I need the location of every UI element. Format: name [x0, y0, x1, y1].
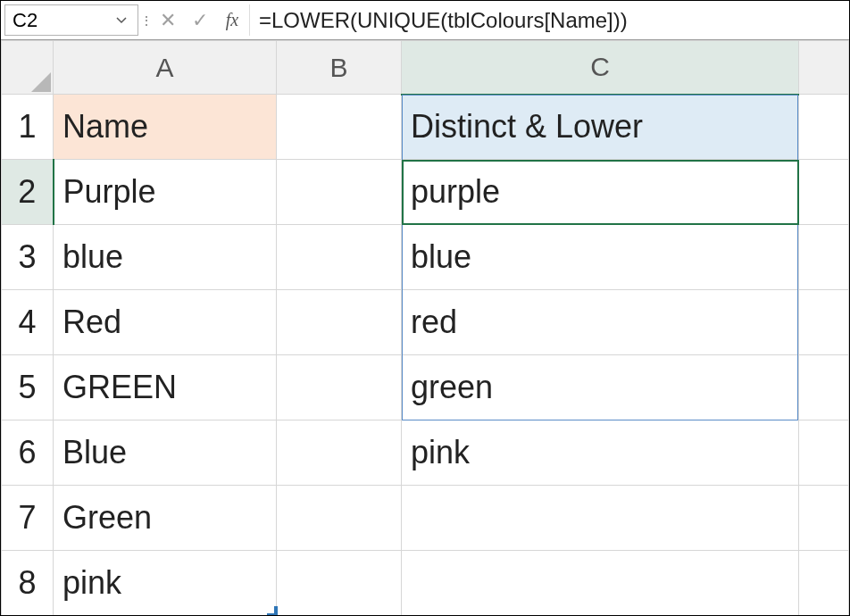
row-header-7[interactable]: 7 [2, 486, 54, 551]
cell-D7[interactable] [799, 486, 849, 551]
row-header-5[interactable]: 5 [2, 355, 54, 420]
cell-A7[interactable]: Green [54, 486, 277, 551]
row-2: 2 Purple purple [2, 160, 849, 225]
row-header-2[interactable]: 2 [2, 160, 54, 225]
cell-A8[interactable]: pink [54, 551, 277, 616]
cell-B7[interactable] [277, 486, 402, 551]
cancel-formula-button[interactable]: ✕ [154, 7, 181, 34]
cell-D3[interactable] [799, 225, 849, 290]
cell-D1[interactable] [799, 95, 849, 160]
name-box-value: C2 [12, 9, 112, 32]
cell-A1[interactable]: Name [54, 95, 277, 160]
select-all-corner[interactable] [2, 41, 54, 95]
cell-C4[interactable]: red [402, 290, 799, 355]
row-7: 7 Green [2, 486, 849, 551]
row-3: 3 blue blue [2, 225, 849, 290]
cell-B5[interactable] [277, 355, 402, 420]
cell-C6[interactable]: pink [402, 420, 799, 486]
cell-D6[interactable] [799, 420, 849, 486]
insert-function-button[interactable]: fx [219, 7, 246, 34]
cell-D5[interactable] [799, 355, 849, 420]
row-header-1[interactable]: 1 [2, 95, 54, 160]
cell-B3[interactable] [277, 225, 402, 290]
cell-C7[interactable] [402, 486, 799, 551]
confirm-formula-button[interactable]: ✓ [187, 7, 213, 34]
row-1: 1 Name Distinct & Lower [2, 95, 849, 160]
column-header-C[interactable]: C [402, 41, 799, 95]
cell-A6[interactable]: Blue [54, 420, 277, 486]
row-5: 5 GREEN green [2, 355, 849, 420]
cell-B4[interactable] [277, 290, 402, 355]
cell-D4[interactable] [799, 290, 849, 355]
cell-B8[interactable] [277, 551, 402, 616]
row-header-6[interactable]: 6 [2, 420, 54, 486]
cell-C2[interactable]: purple [402, 160, 799, 225]
cell-C8[interactable] [402, 551, 799, 616]
worksheet-grid[interactable]: A B C 1 Name Distinct & Lower 2 Purple p… [1, 40, 849, 615]
cell-D2[interactable] [799, 160, 849, 225]
cell-B6[interactable] [277, 420, 402, 486]
cell-B2[interactable] [277, 160, 402, 225]
row-header-4[interactable]: 4 [2, 290, 54, 355]
cell-B1[interactable] [277, 95, 402, 160]
row-4: 4 Red red [2, 290, 849, 355]
cell-A5[interactable]: GREEN [54, 355, 277, 420]
cell-A3[interactable]: blue [54, 225, 277, 290]
formula-bar-separator-icon: ⋮ [140, 1, 151, 39]
formula-input[interactable]: =LOWER(UNIQUE(tblColours[Name])) [249, 4, 846, 36]
name-box-dropdown-icon[interactable] [112, 17, 130, 24]
cell-D8[interactable] [799, 551, 849, 616]
name-box[interactable]: C2 [4, 4, 138, 36]
row-header-3[interactable]: 3 [2, 225, 54, 290]
cell-C1[interactable]: Distinct & Lower [402, 95, 799, 160]
cell-A2[interactable]: Purple [54, 160, 277, 225]
column-header-B[interactable]: B [277, 41, 402, 95]
cell-A4[interactable]: Red [54, 290, 277, 355]
cell-C3[interactable]: blue [402, 225, 799, 290]
formula-bar: C2 ⋮ ✕ ✓ fx =LOWER(UNIQUE(tblColours[Nam… [1, 1, 849, 40]
column-header-row: A B C [2, 41, 849, 95]
column-header-extra[interactable] [799, 41, 849, 95]
column-header-A[interactable]: A [54, 41, 277, 95]
formula-bar-buttons: ✕ ✓ fx [151, 1, 249, 39]
row-header-8[interactable]: 8 [2, 551, 54, 616]
cell-C5[interactable]: green [402, 355, 799, 420]
row-6: 6 Blue pink [2, 420, 849, 486]
row-8: 8 pink [2, 551, 849, 616]
